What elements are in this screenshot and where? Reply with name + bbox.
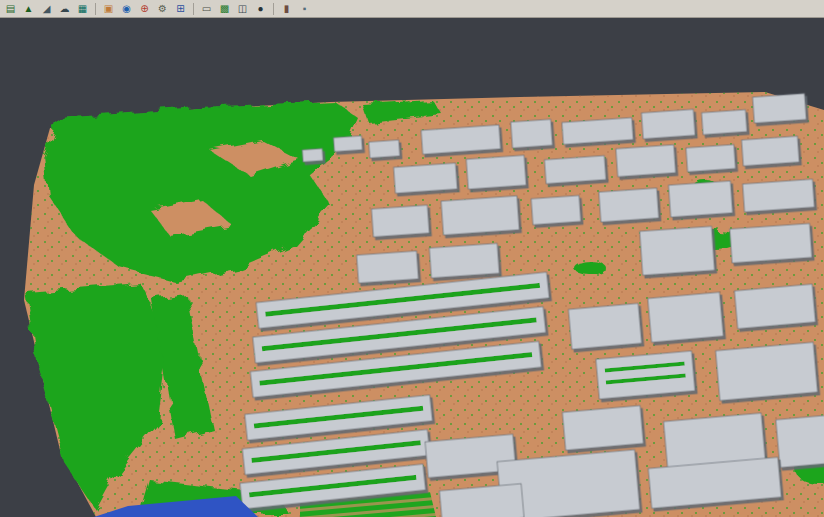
settings-icon[interactable]: ⚙ bbox=[154, 1, 171, 17]
profile-icon[interactable]: ◢ bbox=[38, 1, 55, 17]
measure-icon[interactable]: ⊕ bbox=[136, 1, 153, 17]
cloud-icon[interactable]: ☁ bbox=[56, 1, 73, 17]
globe-view-icon[interactable]: ◉ bbox=[118, 1, 135, 17]
point-cloud-scene bbox=[0, 18, 824, 517]
world-icon[interactable]: ● bbox=[252, 1, 269, 17]
toolbar-separator bbox=[193, 3, 194, 15]
toolbar-separator bbox=[95, 3, 96, 15]
ortho-view-icon[interactable]: ▣ bbox=[100, 1, 117, 17]
layers-icon[interactable]: ▤ bbox=[2, 1, 19, 17]
viewport-3d[interactable] bbox=[0, 18, 824, 517]
select-area-icon[interactable]: ▭ bbox=[198, 1, 215, 17]
view-3d-icon[interactable]: ◫ bbox=[234, 1, 251, 17]
info-icon[interactable]: ▪ bbox=[296, 1, 313, 17]
terrain-icon[interactable]: ▲ bbox=[20, 1, 37, 17]
toolbar-icon-group: ▤▲◢☁▦▣◉⊕⚙⊞▭▩◫●▮▪ bbox=[2, 1, 313, 17]
chart-icon[interactable]: ▮ bbox=[278, 1, 295, 17]
classify-icon[interactable]: ▩ bbox=[216, 1, 233, 17]
toolbar-separator bbox=[273, 3, 274, 15]
zoom-extent-icon[interactable]: ⊞ bbox=[172, 1, 189, 17]
toolbar: ▤▲◢☁▦▣◉⊕⚙⊞▭▩◫●▮▪ bbox=[0, 0, 824, 18]
application-window: ▤▲◢☁▦▣◉⊕⚙⊞▭▩◫●▮▪ bbox=[0, 0, 824, 517]
grid-icon[interactable]: ▦ bbox=[74, 1, 91, 17]
